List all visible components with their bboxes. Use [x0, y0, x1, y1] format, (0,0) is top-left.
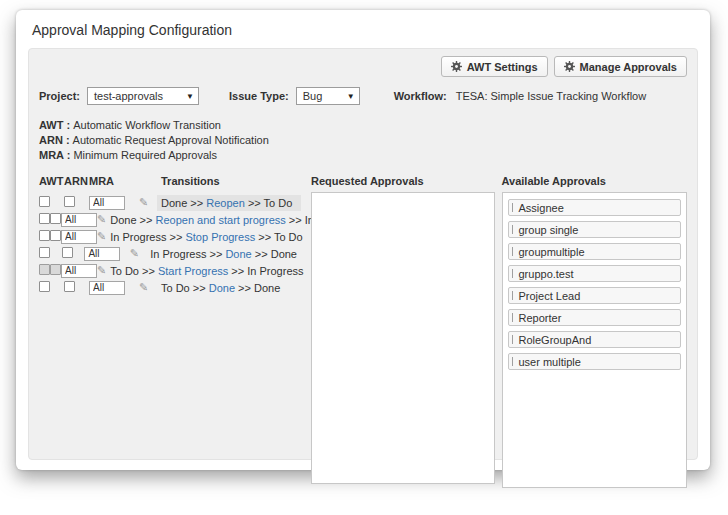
available-approvals-title: Available Approvals [502, 175, 688, 187]
drag-handle-icon [512, 247, 513, 256]
transition-action-link[interactable]: Done [209, 282, 235, 294]
workflow-label: Workflow: [394, 90, 447, 102]
legend-item: MRA :Minimum Required Approvals [39, 148, 687, 163]
arn-column-header: ARN [64, 175, 89, 187]
approval-chip[interactable]: Assignee [508, 199, 682, 216]
drag-handle-icon [512, 269, 513, 278]
awt-settings-label: AWT Settings [467, 61, 538, 73]
awt-column-header: AWT [39, 175, 64, 187]
transition-action-link[interactable]: Start Progress [158, 265, 228, 277]
filter-row: Project: test-approvals ▼ Issue Type: Bu… [39, 87, 687, 105]
awt-settings-button[interactable]: AWT Settings [441, 56, 548, 77]
transition-text: To Do >> Start Progress >> In Progress [106, 263, 307, 279]
mra-input[interactable] [61, 230, 97, 244]
requested-approvals-box[interactable] [311, 192, 495, 484]
table-row: ✎ To Do >> Done >> Done [39, 279, 301, 296]
toolbar: AWT Settings Manage Approvals [39, 56, 687, 77]
page-title: Approval Mapping Configuration [16, 10, 710, 42]
manage-approvals-button[interactable]: Manage Approvals [554, 56, 687, 77]
drag-handle-icon [512, 357, 513, 366]
transitions-column-header: Transitions [157, 175, 301, 187]
transitions-table-header: AWT ARN MRA Transitions [39, 175, 301, 187]
approval-chip-label: groupmultiple [519, 246, 585, 258]
transition-text: In Progress >> Stop Progress >> To Do [106, 229, 306, 245]
awt-checkbox[interactable] [39, 213, 50, 224]
issue-type-label: Issue Type: [229, 90, 289, 102]
requested-approvals-title: Requested Approvals [311, 175, 495, 187]
main-columns: AWT ARN MRA Transitions ✎ Done >> Reopen… [39, 175, 687, 488]
config-panel: AWT Settings Manage Approvals Project: t… [28, 48, 698, 460]
arn-checkbox[interactable] [64, 281, 75, 292]
awt-checkbox[interactable] [39, 230, 50, 241]
drag-handle-icon [512, 225, 513, 234]
gear-icon [451, 61, 462, 72]
arn-checkbox[interactable] [64, 196, 75, 207]
transition-text: Done >> Reopen >> To Do [157, 195, 301, 211]
legend-item: ARN :Automatic Request Approval Notifica… [39, 133, 687, 148]
issue-type-select[interactable]: Bug ▼ [296, 87, 360, 105]
table-row: ✎ In Progress >> Done >> Done [39, 245, 301, 262]
available-approvals-box[interactable]: Assignee group single groupmultiple grup… [502, 192, 688, 488]
mra-input[interactable] [61, 264, 97, 278]
arn-checkbox[interactable] [62, 247, 73, 258]
edit-pencil-icon[interactable]: ✎ [139, 281, 157, 294]
approval-chip[interactable]: user multiple [508, 353, 682, 370]
drag-handle-icon [512, 291, 513, 300]
approval-chip-label: RoleGroupAnd [519, 334, 592, 346]
requested-approvals-panel: Requested Approvals [311, 175, 495, 484]
edit-pencil-icon[interactable]: ✎ [97, 213, 106, 226]
approval-chip-label: user multiple [519, 356, 581, 368]
awt-checkbox[interactable] [39, 264, 50, 275]
table-row: ✎ In Progress >> Stop Progress >> To Do [39, 228, 301, 245]
approval-chip-label: Reporter [519, 312, 562, 324]
transitions-table: AWT ARN MRA Transitions ✎ Done >> Reopen… [39, 175, 301, 296]
gear-icon [564, 61, 575, 72]
chevron-down-icon: ▼ [186, 92, 194, 101]
table-row: ✎ Done >> Reopen and start progress >> I… [39, 211, 301, 228]
transition-text: To Do >> Done >> Done [157, 280, 301, 296]
approval-chip[interactable]: Project Lead [508, 287, 682, 304]
edit-pencil-icon[interactable]: ✎ [130, 247, 146, 260]
approval-chip[interactable]: groupmultiple [508, 243, 682, 260]
approval-chip[interactable]: RoleGroupAnd [508, 331, 682, 348]
issue-type-selected-value: Bug [303, 90, 323, 102]
transition-text: In Progress >> Done >> Done [146, 246, 301, 262]
approval-chip[interactable]: gruppo.test [508, 265, 682, 282]
drag-handle-icon [512, 313, 513, 322]
transition-action-link[interactable]: Stop Progress [185, 231, 255, 243]
approval-chip-label: Assignee [519, 202, 564, 214]
awt-checkbox[interactable] [39, 247, 50, 258]
mra-input[interactable] [61, 213, 97, 227]
project-selected-value: test-approvals [94, 90, 163, 102]
approval-chip[interactable]: Reporter [508, 309, 682, 326]
approval-chip-label: gruppo.test [519, 268, 574, 280]
project-label: Project: [39, 90, 80, 102]
mra-input[interactable] [89, 196, 125, 210]
manage-approvals-label: Manage Approvals [580, 61, 677, 73]
mra-column-header: MRA [89, 175, 157, 187]
mra-input[interactable] [84, 247, 120, 261]
approval-chip-label: Project Lead [519, 290, 581, 302]
legend-item: AWT :Automatic Workflow Transition [39, 118, 687, 133]
arn-checkbox[interactable] [50, 213, 61, 224]
transition-action-link[interactable]: Reopen and start progress [156, 214, 286, 226]
edit-pencil-icon[interactable]: ✎ [97, 230, 106, 243]
arn-checkbox[interactable] [50, 230, 61, 241]
transition-action-link[interactable]: Done [225, 248, 251, 260]
workflow-value: TESA: Simple Issue Tracking Workflow [456, 90, 647, 102]
edit-pencil-icon[interactable]: ✎ [97, 264, 106, 277]
project-select[interactable]: test-approvals ▼ [87, 87, 199, 105]
chevron-down-icon: ▼ [347, 92, 355, 101]
approval-chip[interactable]: group single [508, 221, 682, 238]
awt-checkbox[interactable] [39, 196, 50, 207]
approval-chip-label: group single [519, 224, 579, 236]
arn-checkbox[interactable] [50, 264, 61, 275]
transition-action-link[interactable]: Reopen [206, 197, 245, 209]
legend: AWT :Automatic Workflow Transition ARN :… [39, 118, 687, 163]
drag-handle-icon [512, 203, 513, 212]
table-row: ✎ Done >> Reopen >> To Do [39, 194, 301, 211]
edit-pencil-icon[interactable]: ✎ [139, 196, 157, 209]
drag-handle-icon [512, 335, 513, 344]
mra-input[interactable] [89, 281, 125, 295]
awt-checkbox[interactable] [39, 281, 50, 292]
